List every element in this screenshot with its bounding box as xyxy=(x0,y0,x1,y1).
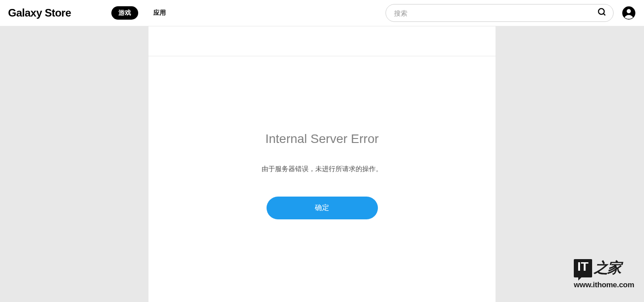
account-icon[interactable] xyxy=(622,6,636,20)
search-container xyxy=(386,4,614,22)
watermark-logo: IT 之家 xyxy=(574,258,621,278)
watermark-url: www.ithome.com xyxy=(574,281,634,289)
app-header: Galaxy Store 游戏 应用 xyxy=(0,0,644,26)
header-right xyxy=(386,4,636,22)
svg-point-0 xyxy=(598,8,604,14)
error-title: Internal Server Error xyxy=(265,132,379,146)
store-logo[interactable]: Galaxy Store xyxy=(8,7,71,19)
tab-games[interactable]: 游戏 xyxy=(111,6,138,20)
watermark-suffix: 之家 xyxy=(594,258,621,278)
confirm-button[interactable]: 确定 xyxy=(267,197,378,219)
panel-divider xyxy=(148,56,496,56)
search-input[interactable] xyxy=(386,4,614,22)
nav-tabs: 游戏 应用 xyxy=(111,6,173,20)
content-area: Internal Server Error 由于服务器错误，未进行所请求的操作。… xyxy=(0,26,644,302)
svg-point-3 xyxy=(627,9,631,13)
tab-apps[interactable]: 应用 xyxy=(146,6,173,20)
error-content: Internal Server Error 由于服务器错误，未进行所请求的操作。… xyxy=(148,132,496,219)
main-panel: Internal Server Error 由于服务器错误，未进行所请求的操作。… xyxy=(148,26,496,302)
watermark-badge: IT xyxy=(574,259,592,277)
watermark: IT 之家 www.ithome.com xyxy=(574,258,634,289)
error-message: 由于服务器错误，未进行所请求的操作。 xyxy=(262,165,382,173)
search-icon[interactable] xyxy=(597,7,607,19)
svg-line-1 xyxy=(603,13,605,15)
